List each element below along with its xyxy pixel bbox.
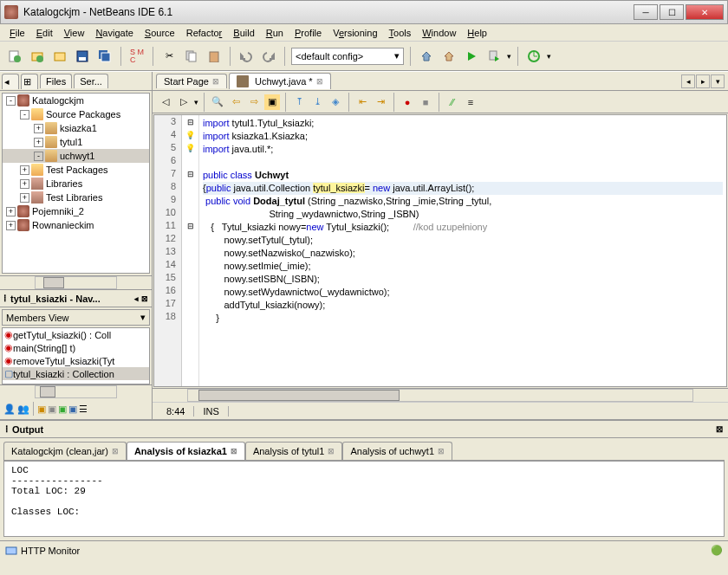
menu-view[interactable]: View [60, 26, 89, 40]
chevron-down-icon[interactable]: ▾ [507, 52, 511, 61]
tree-row[interactable]: +tytul1 [3, 135, 149, 149]
nav-item[interactable]: ◉ getTytul_ksiazki() : Coll [3, 328, 149, 341]
projects-tab-icon[interactable]: ⊞ [21, 74, 38, 89]
next-bookmark-button[interactable]: ⇨ [246, 94, 262, 110]
next-bookmark-button[interactable]: ⤓ [309, 94, 325, 110]
close-icon[interactable]: ⊠ [438, 447, 445, 455]
run-button[interactable] [462, 47, 481, 66]
redo-button[interactable] [259, 47, 278, 66]
tree-row[interactable]: +ksiazka1 [3, 121, 149, 135]
filter-icon[interactable]: ☰ [79, 404, 88, 415]
debug-button[interactable] [484, 47, 504, 66]
project-tree[interactable]: -Katalogckjm-Source Packages+ksiazka1+ty… [2, 93, 150, 274]
macro-record-button[interactable]: ● [400, 94, 415, 110]
menu-tools[interactable]: Tools [385, 26, 416, 40]
build-button[interactable] [417, 47, 436, 66]
prev-bookmark-button[interactable]: ⇦ [228, 94, 244, 110]
close-icon[interactable]: ⊠ [112, 447, 119, 455]
back-button[interactable]: ◁ [158, 94, 173, 110]
macro-stop-button[interactable]: ■ [418, 94, 433, 110]
menu-refactor[interactable]: Refactor [182, 26, 227, 40]
filter-icon[interactable]: 👤 [3, 404, 16, 415]
toggle-highlight-button[interactable]: ▣ [264, 94, 280, 110]
tree-scrollbar[interactable] [0, 275, 152, 289]
tree-row[interactable]: +Test Packages [3, 163, 149, 177]
members-view-combo[interactable]: Members View ▾ [2, 309, 150, 326]
new-file-button[interactable] [5, 47, 24, 66]
tree-row[interactable]: +Rownanieckim [3, 218, 149, 232]
next-tab-button[interactable]: ▸ [696, 74, 710, 88]
close-icon[interactable]: ⊠ [328, 447, 335, 455]
tab-uchwyt-java[interactable]: Uchwyt.java * ⊠ [229, 73, 331, 89]
output-tab[interactable]: Analysis of ksiazka1 ⊠ [127, 442, 245, 460]
toggle-bookmark-button[interactable]: ◈ [328, 94, 343, 110]
tab-list-button[interactable]: ▾ [711, 74, 725, 88]
tab-start-page[interactable]: Start Page ⊠ [156, 74, 227, 88]
output-content[interactable]: LOC ---------------- Total LOC: 29 Class… [3, 461, 725, 537]
menu-navigate[interactable]: Navigate [91, 26, 137, 40]
menu-window[interactable]: Window [418, 26, 460, 40]
filter-icon[interactable]: ▣ [58, 404, 67, 415]
filter-icon[interactable]: ▣ [68, 404, 77, 415]
nav-item[interactable]: ◉ removeTytul_ksiazki(Tyt [3, 354, 149, 367]
save-all-button[interactable] [95, 47, 114, 66]
shift-right-button[interactable]: ⇥ [373, 94, 388, 110]
config-select[interactable]: <default config> ▾ [291, 48, 404, 65]
nav-item[interactable]: ◉ main(String[] t) [3, 341, 149, 354]
http-monitor-label[interactable]: HTTP Monitor [21, 546, 80, 556]
chevron-down-icon[interactable]: ▾ [547, 52, 551, 61]
profile-button[interactable] [524, 47, 543, 66]
prev-bookmark-button[interactable]: ⤒ [291, 94, 307, 110]
menu-versioning[interactable]: Versioning [328, 26, 381, 40]
nav-item[interactable]: ▢ tytul_ksiazki : Collection [3, 367, 149, 380]
undo-button[interactable] [237, 47, 256, 66]
tree-row[interactable]: +Pojemniki_2 [3, 204, 149, 218]
cut-button[interactable]: ✂ [159, 47, 179, 66]
close-icon[interactable]: ⊠ [716, 424, 723, 434]
tree-row[interactable]: -Katalogckjm [3, 94, 149, 107]
navigator-list[interactable]: ◉ getTytul_ksiazki() : Coll◉ main(String… [2, 327, 150, 384]
paste-button[interactable] [205, 47, 224, 66]
tree-row[interactable]: +Libraries [3, 177, 149, 191]
set-main-button[interactable]: S MC [127, 47, 146, 66]
menu-run[interactable]: Run [262, 26, 288, 40]
clean-build-button[interactable] [439, 47, 458, 66]
menu-edit[interactable]: Edit [32, 26, 57, 40]
prev-tab-button[interactable]: ◂ [681, 74, 695, 88]
comment-button[interactable]: ⁄⁄ [445, 94, 460, 110]
menu-build[interactable]: Build [229, 26, 258, 40]
forward-button[interactable]: ▷ [176, 94, 192, 110]
close-button[interactable]: ✕ [686, 4, 724, 20]
minimize-button[interactable]: ─ [634, 4, 658, 20]
shift-left-button[interactable]: ⇤ [354, 94, 370, 110]
filter-icon[interactable]: 👥 [17, 404, 29, 415]
filter-icon[interactable]: ▣ [48, 404, 56, 415]
maximize-button[interactable]: ☐ [660, 4, 684, 20]
code-editor[interactable]: 3456789101112131415161718 ⊟💡💡⊟⊟ import t… [153, 114, 727, 387]
output-tab[interactable]: Katalogckjm (clean,jar) ⊠ [3, 442, 127, 460]
new-project-button[interactable] [28, 47, 47, 66]
tree-row[interactable]: -uchwyt1 [3, 149, 149, 163]
files-tab[interactable]: Files [40, 74, 72, 88]
tree-row[interactable]: -Source Packages [3, 107, 149, 121]
projects-tab[interactable]: ◂ [2, 74, 19, 89]
filter-icon[interactable]: ▣ [37, 404, 46, 415]
nav-scrollbar[interactable] [0, 384, 152, 398]
output-tab[interactable]: Analysis of tytul1 ⊠ [245, 442, 343, 460]
save-button[interactable] [73, 47, 92, 66]
menu-source[interactable]: Source [140, 26, 179, 40]
copy-button[interactable] [182, 47, 201, 66]
menu-help[interactable]: Help [463, 26, 491, 40]
menu-profile[interactable]: Profile [290, 26, 326, 40]
close-icon[interactable]: ⊠ [316, 77, 323, 86]
services-tab[interactable]: Ser... [74, 74, 108, 88]
editor-scrollbar-h[interactable] [153, 388, 728, 402]
close-icon[interactable]: ⊠ [212, 77, 219, 86]
menu-file[interactable]: File [5, 26, 29, 40]
tree-row[interactable]: +Test Libraries [3, 191, 149, 204]
find-button[interactable]: 🔍 [210, 94, 225, 110]
close-icon[interactable]: ⊠ [231, 447, 237, 455]
open-project-button[interactable] [50, 47, 69, 66]
uncomment-button[interactable]: ≡ [463, 94, 478, 110]
output-tab[interactable]: Analysis of uchwyt1 ⊠ [342, 442, 452, 460]
